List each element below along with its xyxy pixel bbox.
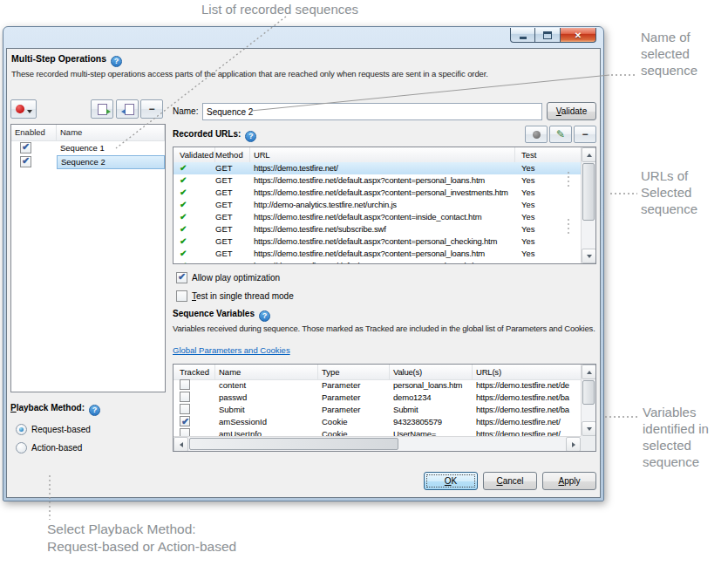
validate-button[interactable]: Validate (547, 102, 596, 120)
tracked-cell (173, 379, 215, 392)
close-button[interactable]: ✕ (560, 28, 596, 43)
variable-values: 94323805579 (390, 416, 473, 428)
column-header-name[interactable]: Name (215, 365, 318, 379)
help-icon[interactable]: ? (259, 310, 270, 322)
tracked-checkbox[interactable] (180, 428, 190, 436)
variables-horizontal-scrollbar[interactable] (173, 436, 581, 451)
recorded-url-row[interactable]: GET https://demo.testfire.net/default.as… (173, 248, 581, 260)
scroll-up-button[interactable] (582, 365, 596, 379)
recorded-url-row[interactable]: GET https://demo.testfire.net/default.as… (173, 235, 581, 248)
validated-check-icon (180, 236, 187, 246)
validated-check-icon (180, 163, 187, 173)
recorded-url-row[interactable]: GET http://demo-analytics.testfire.net/u… (173, 199, 581, 211)
remove-url-button[interactable]: − (574, 126, 596, 143)
single-thread-label: Test in single thread mode (192, 291, 294, 301)
column-header-urls[interactable]: URL(s) (473, 365, 581, 379)
column-header-name[interactable]: Name (57, 125, 165, 140)
sequence-name-input[interactable] (202, 103, 542, 120)
scroll-down-button[interactable] (582, 249, 596, 263)
recorded-url-row[interactable]: GET https://demo.testfire.net/default.as… (173, 187, 581, 199)
column-header-test[interactable]: Test (515, 147, 581, 162)
recorded-urls-table: Validated Method URL Test GET https://de… (173, 147, 596, 264)
playback-option[interactable]: Request-based (16, 420, 91, 439)
minimize-button[interactable] (510, 28, 535, 43)
single-thread-checkbox[interactable] (176, 290, 187, 302)
column-header-enabled[interactable]: Enabled (11, 125, 57, 140)
help-icon[interactable]: ? (89, 405, 100, 416)
scroll-up-button[interactable] (582, 147, 596, 162)
record-sequence-button[interactable] (10, 99, 37, 119)
apply-button[interactable]: Apply (542, 472, 596, 490)
url-method: GET (215, 199, 250, 211)
variable-row[interactable]: content Parameter personal_loans.htm htt… (173, 379, 581, 392)
playback-option[interactable]: Action-based (16, 439, 91, 457)
recorded-urls-label: Recorded URLs:? (173, 129, 256, 142)
scroll-down-button[interactable] (582, 421, 596, 436)
radio-icon[interactable] (16, 442, 27, 453)
dropdown-arrow-icon (27, 110, 32, 113)
validated-cell (173, 187, 215, 199)
variable-row[interactable]: amUserInfo Cookie UserName= https://demo… (173, 428, 581, 436)
url-test-value: Yes (515, 162, 581, 174)
tracked-checkbox[interactable] (180, 404, 190, 414)
sequence-list-row[interactable]: Sequence 1 (11, 141, 165, 155)
edit-url-button[interactable]: ✎ (549, 126, 572, 143)
tracked-checkbox[interactable] (180, 392, 190, 402)
scrollbar-thumb[interactable] (582, 380, 595, 405)
sequence-enabled-checkbox[interactable] (20, 142, 31, 153)
recorded-url-row[interactable]: GET https://demo.testfire.net/default.as… (173, 260, 581, 263)
recorded-url-row[interactable]: GET https://demo.testfire.net/ Yes (173, 162, 581, 174)
tracked-cell (173, 428, 215, 436)
variable-row[interactable]: Submit Parameter Submit https://demo.tes… (173, 404, 581, 416)
screenshot-page: List of recorded sequences Name of selec… (0, 0, 728, 566)
global-parameters-link[interactable]: Global Parameters and Cookies (173, 345, 290, 355)
url-test-value: Yes (515, 248, 581, 260)
column-header-type[interactable]: Type (318, 365, 390, 379)
scroll-left-button[interactable] (173, 437, 188, 452)
sequence-name-cell[interactable]: Sequence 1 (57, 141, 165, 155)
column-header-url[interactable]: URL (250, 147, 515, 162)
single-thread-option[interactable]: Test in single thread mode (176, 290, 294, 302)
maximize-button[interactable] (535, 28, 560, 43)
scroll-right-button[interactable] (566, 437, 581, 452)
import-sequence-button[interactable] (116, 99, 139, 119)
validated-cell (173, 211, 215, 223)
variable-row[interactable]: amSessionId Cookie 94323805579 https://d… (173, 416, 581, 428)
recorded-url-row[interactable]: GET https://demo.testfire.net/default.as… (173, 174, 581, 187)
tracked-checkbox[interactable] (180, 379, 190, 390)
variables-vertical-scrollbar[interactable] (581, 365, 595, 436)
validated-check-icon (180, 200, 187, 209)
remove-sequence-button[interactable]: − (140, 99, 163, 119)
sequence-enabled-checkbox[interactable] (20, 156, 31, 167)
sequence-list-row[interactable]: Sequence 2 (11, 155, 165, 169)
recorded-url-row[interactable]: GET https://demo.testfire.net/default.as… (173, 211, 581, 223)
sequence-enabled-cell (11, 142, 57, 155)
playback-method-label: Playback Method:? (10, 403, 100, 416)
validated-check-icon (180, 175, 187, 185)
variable-name: passwd (215, 392, 318, 404)
radio-icon[interactable] (16, 424, 27, 435)
ok-button[interactable]: OK (424, 472, 478, 490)
tracked-checkbox[interactable] (180, 416, 190, 426)
column-header-values[interactable]: Value(s) (390, 365, 473, 379)
export-sequence-button[interactable] (91, 99, 113, 119)
dialog-body: Multi-Step Operations? These recorded mu… (6, 48, 601, 498)
column-header-validated[interactable]: Validated (173, 147, 215, 162)
window-titlebar[interactable]: ✕ (6, 30, 601, 48)
urls-vertical-scrollbar[interactable] (581, 147, 595, 263)
allow-play-checkbox[interactable] (176, 272, 187, 283)
record-url-button[interactable] (525, 126, 548, 143)
tracked-cell (173, 416, 215, 428)
cancel-button[interactable]: Cancel (483, 472, 537, 490)
help-icon[interactable]: ? (111, 56, 122, 67)
sequence-name-cell[interactable]: Sequence 2 (57, 155, 165, 169)
allow-play-optimization-option[interactable]: Allow play optimization (176, 272, 280, 283)
column-header-tracked[interactable]: Tracked (173, 365, 215, 379)
column-header-method[interactable]: Method (215, 147, 250, 162)
variable-row[interactable]: passwd Parameter demo1234 https://demo.t… (173, 392, 581, 404)
help-icon[interactable]: ? (245, 131, 256, 142)
scrollbar-thumb[interactable] (582, 163, 595, 221)
recorded-url-row[interactable]: GET https://demo.testfire.net/subscribe.… (173, 223, 581, 235)
scrollbar-thumb[interactable] (189, 438, 398, 450)
tracked-cell (173, 404, 215, 416)
